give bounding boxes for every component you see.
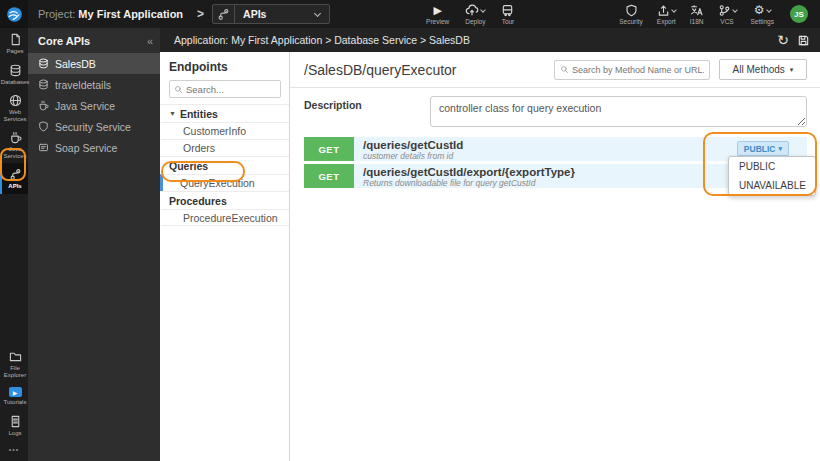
core-apis-title: Core APIs [38,35,144,47]
project-name: My First Application [78,8,183,20]
description-textarea[interactable]: controller class for query execution [430,96,807,127]
sidebar-item-web-services[interactable]: Web Services [0,89,28,126]
sidebar-item-pages[interactable]: Pages [0,28,28,59]
api-icon [213,5,235,23]
folder-icon [9,350,22,363]
core-api-label: Java Service [55,100,115,112]
sidebar-item-apis[interactable]: APIs [0,163,28,194]
http-method-badge: GET [304,164,354,188]
topbar-actions-left: ▶ Preview Deploy Tour [426,3,514,25]
user-avatar[interactable]: JS [790,5,808,23]
topbar-actions-right: Security Export I18N VCS ⚙ Setting [619,3,812,25]
method-path: /queries/getCustId [363,139,463,151]
core-api-item-soap-service[interactable]: Soap Service [28,137,160,158]
preview-button[interactable]: ▶ Preview [426,3,449,25]
logo-icon [6,6,23,23]
endpoint-item-orders[interactable]: Orders [160,139,289,156]
core-api-label: SalesDB [55,58,96,70]
search-icon [560,65,569,74]
sidebar-item-tutorials[interactable]: ▶ Tutorials [0,382,28,410]
methods-filter-dropdown[interactable]: All Methods ▾ [719,59,807,80]
chevron-down-icon [766,7,772,13]
endpoints-section-entities[interactable]: ▼ Entities [160,104,289,122]
top-bar: Project: My First Application > APIs ▶ P… [0,0,820,28]
wavemaker-logo[interactable] [0,0,28,28]
settings-label: Settings [751,18,775,25]
method-path: /queries/getCustId/export/{exportType} [363,166,575,178]
sidebar-item-label: Databases [1,79,30,86]
coffee-cup-icon [9,131,22,144]
core-api-item-salesdb[interactable]: SalesDB [28,53,160,74]
export-icon [657,4,670,17]
sidebar-item-databases[interactable]: Databases [0,59,28,90]
endpoints-section-procedures[interactable]: Procedures [160,191,289,209]
page-title: /SalesDB/queryExecutor [304,62,554,78]
database-icon [9,64,22,77]
i18n-button[interactable]: I18N [690,3,704,25]
module-selector-dropdown[interactable]: APIs [212,4,330,24]
endpoint-item-queryexecution[interactable]: QueryExecution [160,174,289,191]
http-method-badge: GET [304,137,354,161]
method-search[interactable] [554,60,710,80]
save-icon[interactable] [793,34,814,47]
project-breadcrumb: Project: My First Application [38,8,183,20]
method-summary: Returns downloadable file for query getC… [363,178,575,188]
database-icon [38,79,49,90]
core-api-item-security-service[interactable]: Security Service [28,116,160,137]
core-apis-header: Core APIs « [28,28,160,53]
security-button[interactable]: Security [619,3,642,25]
core-api-item-java-service[interactable]: Java Service [28,95,160,116]
endpoints-title: Endpoints [160,52,289,80]
collapse-panel-icon[interactable]: « [144,35,156,47]
security-shield-icon [625,4,638,17]
core-apis-panel: Core APIs « SalesDB traveldetails Java S… [28,28,160,461]
visibility-option-public[interactable]: PUBLIC [729,157,815,176]
tutorials-play-icon: ▶ [9,387,22,397]
endpoint-item-customerinfo[interactable]: CustomerInfo [160,122,289,139]
vcs-label: VCS [720,18,733,25]
i18n-translate-icon [690,4,703,17]
core-api-label: traveldetails [55,79,111,91]
endpoints-panel: Endpoints ▼ Entities CustomerInfo Orders… [160,52,290,461]
log-file-icon [9,415,22,428]
chevron-down-icon: ▼ [169,110,176,117]
more-options-icon[interactable]: ••• [0,440,28,461]
endpoints-section-queries[interactable]: Queries [160,156,289,174]
database-icon [38,58,49,69]
settings-gear-icon: ⚙ [754,4,765,17]
endpoint-item-procedureexecution[interactable]: ProcedureExecution [160,209,289,226]
settings-button[interactable]: ⚙ Settings [751,3,775,25]
page-icon [9,33,22,46]
tour-button[interactable]: Tour [501,3,514,25]
sidebar-item-java-services[interactable]: Java Services [0,126,28,163]
export-button[interactable]: Export [657,3,676,25]
endpoints-search[interactable] [169,80,281,98]
application-header: Application: My First Application > Data… [160,28,820,52]
export-label: Export [657,18,676,25]
deploy-button[interactable]: Deploy [465,3,485,25]
visibility-value: PUBLIC [744,144,776,154]
chevron-down-icon [480,7,486,13]
endpoints-search-input[interactable] [186,84,272,95]
deploy-cloud-icon [465,3,479,17]
chevron-down-icon [314,9,321,16]
visibility-dropdown-button[interactable]: PUBLIC ▾ [737,141,789,156]
refresh-icon[interactable]: ↻ [773,33,793,47]
core-api-label: Security Service [55,121,131,133]
vcs-button[interactable]: VCS [718,3,737,25]
core-api-item-traveldetails[interactable]: traveldetails [28,74,160,95]
sidebar-item-label: APIs [8,183,21,190]
method-summary: customer details from id [363,151,463,161]
chevron-down-icon [732,7,738,13]
sidebar-item-label: File Explorer [2,365,28,378]
visibility-dropdown-menu: PUBLIC UNAVAILABLE [728,156,816,196]
sidebar-item-logs[interactable]: Logs [0,410,28,441]
project-label: Project: [38,8,75,20]
breadcrumb-chevron-icon: > [197,7,204,21]
sidebar-item-file-explorer[interactable]: File Explorer [0,345,28,382]
section-label: Entities [180,108,218,120]
chevron-down-icon: ▾ [790,66,794,74]
visibility-option-unavailable[interactable]: UNAVAILABLE [729,176,815,195]
rail-spacer [0,194,28,346]
method-search-input[interactable] [572,65,704,75]
